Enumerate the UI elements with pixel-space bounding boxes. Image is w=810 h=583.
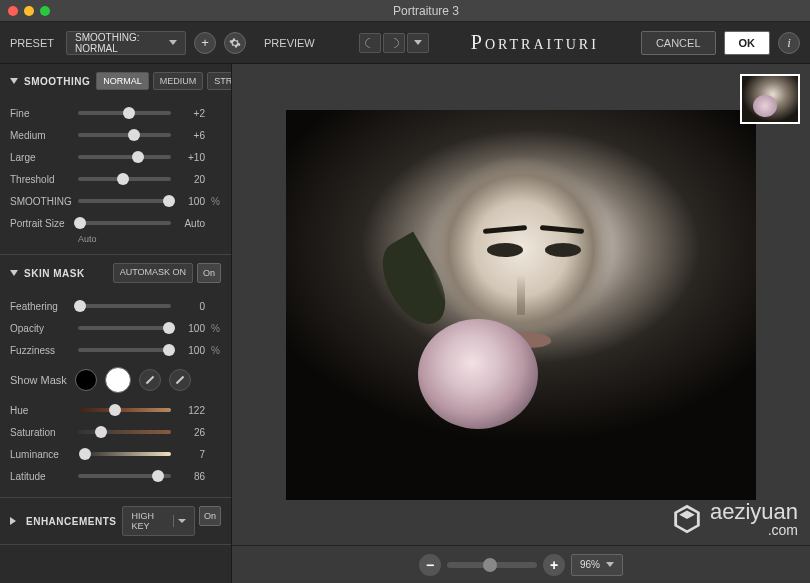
slider-label: Large xyxy=(10,152,72,163)
redo-icon xyxy=(387,35,401,49)
slider-track[interactable] xyxy=(78,133,171,137)
slider-knob[interactable] xyxy=(95,426,107,438)
slider-value: Auto xyxy=(177,218,205,229)
undo-button[interactable] xyxy=(359,33,381,53)
slider-knob[interactable] xyxy=(79,448,91,460)
zoom-slider[interactable] xyxy=(447,562,537,568)
enhancements-toggle[interactable]: On xyxy=(199,506,221,526)
slider-row: Fine+2 xyxy=(10,102,221,124)
slider-unit: % xyxy=(211,323,221,334)
collapse-icon xyxy=(10,270,18,276)
minimize-window-icon[interactable] xyxy=(24,6,34,16)
collapse-icon xyxy=(10,78,18,84)
slider-knob[interactable] xyxy=(74,217,86,229)
navigator-thumbnail[interactable] xyxy=(740,74,800,124)
slider-knob[interactable] xyxy=(163,322,175,334)
slider-label: SMOOTHING xyxy=(10,196,72,207)
slider-track[interactable] xyxy=(78,111,171,115)
slider-subvalue: Auto xyxy=(78,234,221,244)
slider-knob[interactable] xyxy=(109,404,121,416)
maximize-window-icon[interactable] xyxy=(40,6,50,16)
close-window-icon[interactable] xyxy=(8,6,18,16)
slider-value: 20 xyxy=(177,174,205,185)
slider-track[interactable] xyxy=(78,304,171,308)
slider-knob[interactable] xyxy=(163,344,175,356)
slider-knob[interactable] xyxy=(128,129,140,141)
eyedropper-icon xyxy=(176,376,184,384)
slider-value: +10 xyxy=(177,152,205,163)
chevron-down-icon xyxy=(414,40,422,45)
slider-track[interactable] xyxy=(78,326,171,330)
slider-value: 0 xyxy=(177,301,205,312)
slider-track[interactable] xyxy=(78,199,171,203)
slider-track[interactable] xyxy=(78,408,171,412)
slider-value: 100 xyxy=(177,345,205,356)
enhancements-preset-dropdown[interactable]: HIGH KEY xyxy=(122,506,195,536)
slider-track[interactable] xyxy=(78,430,171,434)
zoom-out-button[interactable]: − xyxy=(419,554,441,576)
slider-track[interactable] xyxy=(78,177,171,181)
slider-knob[interactable] xyxy=(74,300,86,312)
slider-value: +2 xyxy=(177,108,205,119)
zoom-slider-knob[interactable] xyxy=(483,558,497,572)
skinmask-title: SKIN MASK xyxy=(24,268,85,279)
slider-row: Medium+6 xyxy=(10,124,221,146)
enhancements-title: ENHANCEMENTS xyxy=(26,516,116,527)
slider-label: Opacity xyxy=(10,323,72,334)
zoom-in-button[interactable]: + xyxy=(543,554,565,576)
gear-icon xyxy=(229,37,241,49)
slider-track[interactable] xyxy=(78,155,171,159)
slider-knob[interactable] xyxy=(123,107,135,119)
automask-button[interactable]: AUTOMASK ON xyxy=(113,263,193,283)
skinmask-section-header[interactable]: SKIN MASK AUTOMASK ON On xyxy=(0,255,231,291)
slider-track[interactable] xyxy=(78,452,171,456)
ok-button[interactable]: OK xyxy=(724,31,771,55)
slider-row: SMOOTHING100% xyxy=(10,190,221,212)
add-preset-button[interactable]: + xyxy=(194,32,216,54)
compare-button[interactable] xyxy=(407,33,429,53)
slider-label: Luminance xyxy=(10,449,72,460)
slider-row: Fuzziness100% xyxy=(10,339,221,361)
slider-track[interactable] xyxy=(78,221,171,225)
slider-value: 7 xyxy=(177,449,205,460)
smoothing-mode-normal[interactable]: NORMAL xyxy=(96,72,149,90)
slider-knob[interactable] xyxy=(117,173,129,185)
preset-dropdown[interactable]: SMOOTHING: NORMAL xyxy=(66,31,186,55)
settings-button[interactable] xyxy=(224,32,246,54)
flower-graphic xyxy=(418,319,538,429)
slider-track[interactable] xyxy=(78,348,171,352)
smoothing-title: SMOOTHING xyxy=(24,76,90,87)
info-button[interactable]: i xyxy=(778,32,800,54)
slider-label: Fine xyxy=(10,108,72,119)
chevron-down-icon xyxy=(169,40,177,45)
preset-label: PRESET xyxy=(10,37,54,49)
redo-button[interactable] xyxy=(383,33,405,53)
enhancements-preset-value: HIGH KEY xyxy=(131,511,169,531)
slider-track[interactable] xyxy=(78,474,171,478)
zoom-dropdown[interactable]: 96% xyxy=(571,554,623,576)
slider-row: Saturation26 xyxy=(10,421,221,443)
preview-image[interactable] xyxy=(286,110,756,500)
slider-knob[interactable] xyxy=(152,470,164,482)
smoothing-mode-medium[interactable]: MEDIUM xyxy=(153,72,204,90)
chevron-down-icon xyxy=(606,562,614,567)
slider-row: Threshold20 xyxy=(10,168,221,190)
cancel-button[interactable]: CANCEL xyxy=(641,31,716,55)
smoothing-section-header[interactable]: SMOOTHING NORMAL MEDIUM STRONG xyxy=(0,64,231,98)
mask-swatch-white[interactable] xyxy=(105,367,131,393)
slider-row: Hue122 xyxy=(10,399,221,421)
slider-knob[interactable] xyxy=(163,195,175,207)
slider-row: Luminance7 xyxy=(10,443,221,465)
slider-label: Feathering xyxy=(10,301,72,312)
slider-row: Latitude86 xyxy=(10,465,221,487)
enhancements-section-header[interactable]: ENHANCEMENTS HIGH KEY On xyxy=(0,498,231,544)
slider-label: Medium xyxy=(10,130,72,141)
eyedropper-remove-button[interactable] xyxy=(169,369,191,391)
brand-title: Portraituri xyxy=(471,31,599,54)
skinmask-toggle[interactable]: On xyxy=(197,263,221,283)
mask-swatch-black[interactable] xyxy=(75,369,97,391)
eyedropper-add-button[interactable] xyxy=(139,369,161,391)
zoom-value: 96% xyxy=(580,559,600,570)
smoothing-mode-strong[interactable]: STRONG xyxy=(207,72,232,90)
slider-knob[interactable] xyxy=(132,151,144,163)
